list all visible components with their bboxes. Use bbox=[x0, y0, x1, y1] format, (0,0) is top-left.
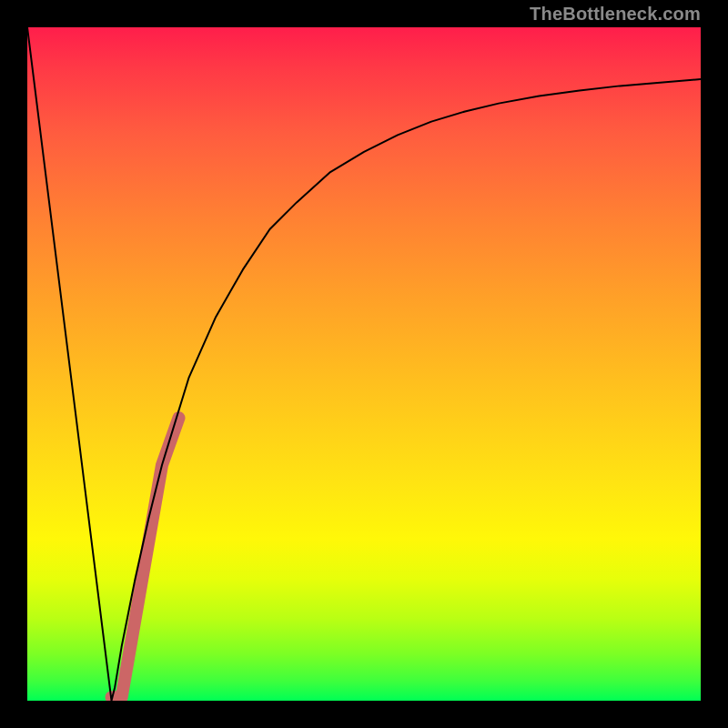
curve-layer bbox=[27, 27, 701, 701]
highlight-segment bbox=[112, 418, 179, 697]
chart-frame: TheBottleneck.com bbox=[0, 0, 728, 728]
watermark-text: TheBottleneck.com bbox=[530, 4, 701, 25]
bottleneck-curve bbox=[27, 27, 701, 701]
plot-area bbox=[27, 27, 701, 701]
